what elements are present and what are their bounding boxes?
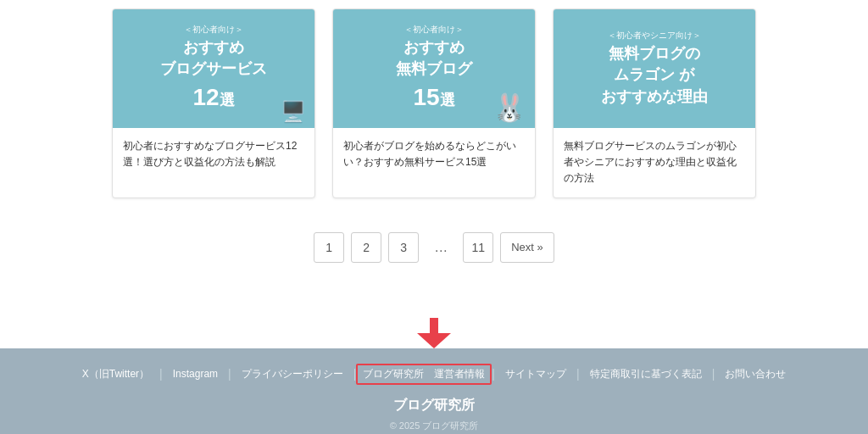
card-1[interactable]: ＜初心者向け＞ おすすめ ブログサービス 12選 🖥️ 初心者におすすめなブログ…: [112, 8, 315, 198]
card-2-description: 初心者がブログを始めるならどこがいい？おすすめ無料サービス15選: [343, 138, 525, 170]
footer-instagram-link[interactable]: Instagram: [163, 368, 228, 380]
card-2-image-text: ＜初心者向け＞ おすすめ 無料ブログ 15選: [387, 15, 481, 122]
page-last-button[interactable]: 11: [463, 232, 493, 263]
footer-blog-research-link[interactable]: ブログ研究所 運営者情報: [356, 364, 492, 385]
footer: X（旧Twitter） | Instagram | プライバシーポリシー | ブ…: [0, 348, 868, 434]
page-1-button[interactable]: 1: [314, 232, 344, 263]
footer-twitter-link[interactable]: X（旧Twitter）: [72, 367, 159, 381]
mascot-rabbit-icon: 🐰: [492, 92, 526, 124]
footer-privacy-link[interactable]: プライバシーポリシー: [231, 367, 353, 381]
page-2-button[interactable]: 2: [351, 232, 381, 263]
footer-contact-link[interactable]: お問い合わせ: [715, 367, 796, 381]
cards-grid: ＜初心者向け＞ おすすめ ブログサービス 12選 🖥️ 初心者におすすめなブログ…: [68, 8, 800, 198]
card-1-description: 初心者におすすめなブログサービス12選！選び方と収益化の方法も解説: [123, 138, 304, 170]
footer-tokusho-link[interactable]: 特定商取引に基づく表記: [580, 367, 712, 381]
pagination: 1 2 3 … 11 Next »: [68, 224, 800, 288]
card-3-description: 無料ブログサービスのムラゴンが初心者やシニアにおすすめな理由と収益化の方法: [564, 138, 745, 187]
pagination-dots: …: [426, 232, 456, 263]
footer-sitemap-link[interactable]: サイトマップ: [495, 367, 576, 381]
card-3-image-text: ＜初心者やシニア向け＞ 無料ブログの ムラゴン が おすすめな理由: [593, 21, 716, 116]
arrow-container: [0, 314, 868, 348]
down-arrow-icon: [417, 318, 451, 348]
card-3[interactable]: ＜初心者やシニア向け＞ 無料ブログの ムラゴン が おすすめな理由 無料ブログサ…: [553, 8, 756, 198]
card-1-image-text: ＜初心者向け＞ おすすめ ブログサービス 12選: [152, 15, 275, 122]
svg-rect-0: [430, 318, 438, 335]
card-2[interactable]: ＜初心者向け＞ おすすめ 無料ブログ 15選 🐰 初心者がブログを始めるならどこ…: [332, 8, 536, 198]
footer-site-name: ブログ研究所: [17, 397, 851, 415]
page-3-button[interactable]: 3: [388, 232, 419, 263]
footer-copyright: © 2025 ブログ研究所: [17, 420, 851, 432]
svg-marker-1: [417, 333, 451, 348]
mascot-pc-icon: 🖥️: [281, 100, 306, 124]
footer-nav: X（旧Twitter） | Instagram | プライバシーポリシー | ブ…: [17, 364, 851, 385]
pagination-next-button[interactable]: Next »: [500, 232, 554, 263]
